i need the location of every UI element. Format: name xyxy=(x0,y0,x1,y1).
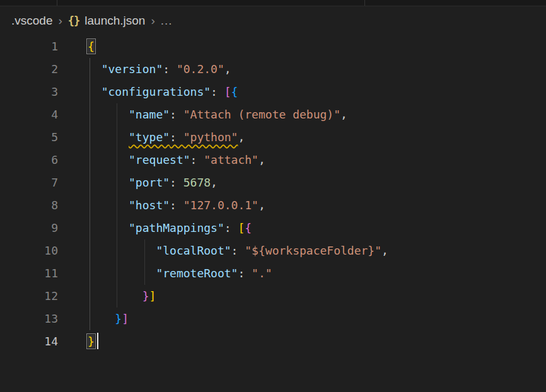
tab-divider xyxy=(364,0,365,6)
code-token: 5678 xyxy=(183,176,211,189)
code-token: : xyxy=(170,176,183,189)
code-line[interactable]: 14} xyxy=(0,330,546,353)
line-number[interactable]: 14 xyxy=(0,330,58,353)
line-number[interactable]: 1 xyxy=(0,35,58,58)
code-line[interactable]: 5 "type": "python", xyxy=(0,126,546,149)
code-line[interactable]: 13 }] xyxy=(0,308,546,330)
indent-guide xyxy=(90,81,90,103)
code-text: "version": "0.2.0", xyxy=(58,58,231,81)
tab-bar-edge xyxy=(0,0,546,6)
line-number[interactable]: 9 xyxy=(0,217,58,239)
code-text: "request": "attach", xyxy=(58,149,265,171)
indent-guide xyxy=(90,58,90,81)
code-text: "localRoot": "${workspaceFolder}", xyxy=(58,239,388,262)
code-token xyxy=(88,153,129,166)
code-text: }] xyxy=(58,308,129,330)
indent-guide xyxy=(90,285,90,308)
indent-guide xyxy=(117,126,117,149)
code-text: }] xyxy=(58,285,156,308)
line-number[interactable]: 5 xyxy=(0,126,58,149)
line-number[interactable]: 6 xyxy=(0,149,58,171)
code-line[interactable]: 11 "remoteRoot": "." xyxy=(0,262,546,285)
code-line[interactable]: 3 "configurations": [{ xyxy=(0,81,546,103)
breadcrumb-item-vscode[interactable]: .vscode xyxy=(11,14,52,28)
line-number[interactable]: 2 xyxy=(0,58,58,81)
code-token xyxy=(88,176,129,189)
line-number[interactable]: 11 xyxy=(0,262,58,285)
code-token: , xyxy=(258,199,265,212)
line-number[interactable]: 3 xyxy=(0,81,58,103)
code-line[interactable]: 1{ xyxy=(0,35,546,58)
code-token: "${workspaceFolder}" xyxy=(245,244,381,257)
code-line[interactable]: 8 "host": "127.0.0.1", xyxy=(0,194,546,217)
code-token xyxy=(88,130,129,144)
indent-guide xyxy=(90,103,90,126)
line-number[interactable]: 4 xyxy=(0,103,58,126)
code-line[interactable]: 2 "version": "0.2.0", xyxy=(0,58,546,81)
indent-guide xyxy=(90,262,90,285)
code-line[interactable]: 9 "pathMappings": [{ xyxy=(0,217,546,239)
code-token: , xyxy=(224,62,231,76)
breadcrumb-item-launch-json[interactable]: {} launch.json xyxy=(68,14,146,28)
code-line[interactable]: 7 "port": 5678, xyxy=(0,171,546,194)
code-token: , xyxy=(381,244,388,257)
code-token: [ xyxy=(224,85,231,98)
code-token xyxy=(88,199,129,212)
code-token: "version" xyxy=(102,62,163,76)
code-token: : xyxy=(170,199,183,212)
line-number[interactable]: 12 xyxy=(0,285,58,308)
line-number[interactable]: 8 xyxy=(0,194,58,217)
code-text: "configurations": [{ xyxy=(58,81,238,103)
code-token: "localRoot" xyxy=(156,244,231,257)
indent-guide xyxy=(117,239,117,262)
line-number[interactable]: 10 xyxy=(0,239,58,262)
breadcrumb: .vscode › {} launch.json › ... xyxy=(0,6,546,35)
code-line[interactable]: 4 "name": "Attach (remote debug)", xyxy=(0,103,546,126)
text-cursor xyxy=(97,333,98,349)
code-token xyxy=(88,267,156,280)
code-token: "name" xyxy=(129,108,170,121)
indent-guide xyxy=(117,171,117,194)
editor[interactable]: 1{2 "version": "0.2.0",3 "configurations… xyxy=(0,35,546,353)
code-token: "host" xyxy=(129,199,170,212)
code-token: "configurations" xyxy=(102,85,211,98)
chevron-right-icon: › xyxy=(145,14,160,28)
code-line[interactable]: 6 "request": "attach", xyxy=(0,149,546,171)
indent-guide xyxy=(90,126,90,149)
indent-guide xyxy=(90,149,90,171)
close-brace-root: } xyxy=(88,335,95,348)
code-token: "pathMappings" xyxy=(129,221,224,234)
code-line[interactable]: 12 }] xyxy=(0,285,546,308)
code-token: "type" xyxy=(129,130,170,144)
indent-guide xyxy=(117,103,117,126)
code-token xyxy=(88,108,129,121)
code-token: : xyxy=(170,108,183,121)
code-text: { xyxy=(58,35,95,58)
indent-guide xyxy=(117,149,117,171)
indent-guide xyxy=(117,285,117,308)
code-line[interactable]: 10 "localRoot": "${workspaceFolder}", xyxy=(0,239,546,262)
code-token: ] xyxy=(149,289,156,303)
code-token: "0.2.0" xyxy=(177,62,224,76)
indent-guide xyxy=(90,217,90,239)
line-number[interactable]: 13 xyxy=(0,308,58,330)
chevron-right-icon: › xyxy=(52,14,67,28)
indent-guide xyxy=(117,194,117,217)
indent-guide xyxy=(117,217,117,239)
code-token: [ xyxy=(238,221,245,234)
code-token xyxy=(88,221,129,234)
code-token xyxy=(88,312,115,325)
tab-divider xyxy=(57,0,57,6)
indent-guide xyxy=(90,171,90,194)
indent-guide xyxy=(90,308,90,330)
line-number[interactable]: 7 xyxy=(0,171,58,194)
code-token: } xyxy=(142,289,149,303)
code-token: { xyxy=(245,221,252,234)
code-text: "remoteRoot": "." xyxy=(58,262,272,285)
code-token: : xyxy=(211,85,224,98)
code-token: "remoteRoot" xyxy=(156,267,238,280)
indent-guide xyxy=(90,194,90,217)
breadcrumb-item-symbol-path[interactable]: ... xyxy=(161,14,173,28)
code-token: : xyxy=(170,130,183,144)
breadcrumb-label: launch.json xyxy=(84,14,145,28)
